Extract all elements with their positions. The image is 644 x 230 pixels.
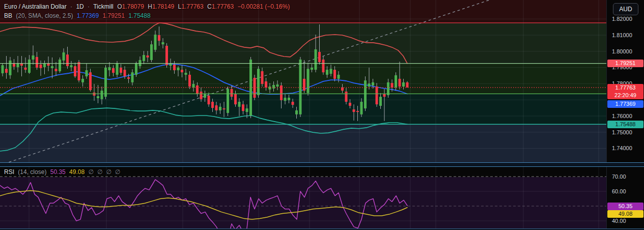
candle[interactable] [135,64,137,75]
candle[interactable] [227,89,229,113]
candle[interactable] [192,84,195,88]
candle[interactable] [9,61,12,75]
candle[interactable] [211,102,214,108]
candle[interactable] [231,89,233,97]
candle[interactable] [112,68,115,73]
candle[interactable] [108,67,111,70]
candle[interactable] [219,107,221,110]
candle[interactable] [215,105,218,110]
candle[interactable] [292,102,294,105]
candle[interactable] [173,65,176,70]
candle[interactable] [124,70,126,76]
candle[interactable] [284,98,287,101]
candle[interactable] [349,103,351,106]
candle[interactable] [24,68,27,70]
candle[interactable] [101,91,103,99]
currency-toggle-button[interactable]: AUD [613,3,638,15]
candle[interactable] [379,97,382,106]
candle[interactable] [353,109,355,112]
pane-separator[interactable] [0,162,644,167]
candle[interactable] [387,82,389,95]
candle[interactable] [303,79,305,91]
candle[interactable] [364,80,367,108]
candle[interactable] [261,71,264,84]
candle[interactable] [276,84,279,87]
candle[interactable] [395,75,397,88]
candle[interactable] [242,104,244,111]
candle[interactable] [139,60,142,66]
candle[interactable] [32,55,35,60]
candle[interactable] [162,42,164,44]
main-pane[interactable] [0,0,606,164]
candle[interactable] [5,69,8,73]
candle[interactable] [326,70,328,75]
candle[interactable] [372,82,374,85]
candle[interactable] [143,55,145,61]
candle[interactable] [150,44,153,60]
candle[interactable] [59,60,61,71]
candle[interactable] [51,66,53,68]
candle[interactable] [81,79,84,82]
candle[interactable] [295,110,298,114]
candle[interactable] [208,96,210,104]
candle[interactable] [345,92,348,102]
candle[interactable] [360,102,363,114]
candle[interactable] [55,69,58,71]
candle[interactable] [158,35,160,41]
candle[interactable] [338,75,340,79]
candle[interactable] [288,98,290,100]
candle[interactable] [272,85,275,89]
candle[interactable] [17,64,19,67]
candle[interactable] [36,57,38,68]
candle[interactable] [181,70,183,72]
candle[interactable] [104,68,107,97]
candle[interactable] [63,52,65,61]
candle[interactable] [322,60,325,72]
rsi-legend-row[interactable]: RSI (14, close) 50.35 49.08 ∅∅∅∅ [4,168,126,176]
candle[interactable] [177,68,180,70]
candle[interactable] [356,111,359,112]
candle[interactable] [43,64,46,67]
candle[interactable] [265,81,267,88]
main-legend-row[interactable]: Euro / Australian Dollar · 1D · Tickmill… [4,3,292,10]
candle[interactable] [311,68,313,70]
candle[interactable] [165,46,168,65]
candle[interactable] [28,60,31,73]
candle[interactable] [188,75,191,87]
candle[interactable] [147,55,149,58]
candle[interactable] [299,60,302,114]
candle[interactable] [269,87,271,90]
candle[interactable] [307,69,310,93]
candle[interactable] [116,64,119,75]
candle[interactable] [78,62,80,80]
candle[interactable] [196,85,199,94]
candle[interactable] [368,83,371,87]
candle[interactable] [257,69,260,95]
candle[interactable] [40,65,42,68]
price-scale[interactable]: AUD 1.820001.810001.800001.790001.780001… [606,0,644,230]
candle[interactable] [341,88,344,91]
candle[interactable] [70,65,73,67]
candle[interactable] [97,96,99,98]
candle[interactable] [223,108,226,109]
candle[interactable] [47,64,50,66]
candle[interactable] [246,108,248,112]
candle[interactable] [315,49,317,70]
candle[interactable] [238,102,241,107]
candle[interactable] [406,82,409,88]
candle[interactable] [120,68,122,73]
candle[interactable] [154,35,157,50]
candle[interactable] [185,73,187,75]
candle[interactable] [234,94,237,104]
candle[interactable] [127,77,130,79]
candle[interactable] [318,52,321,62]
candle[interactable] [131,72,134,82]
candle[interactable] [66,54,69,66]
candle[interactable] [330,69,332,74]
candle[interactable] [204,94,206,98]
rsi-pane[interactable] [0,166,606,230]
candle[interactable] [376,87,378,104]
candle[interactable] [391,83,394,88]
candle[interactable] [86,70,88,76]
candle[interactable] [170,64,172,66]
